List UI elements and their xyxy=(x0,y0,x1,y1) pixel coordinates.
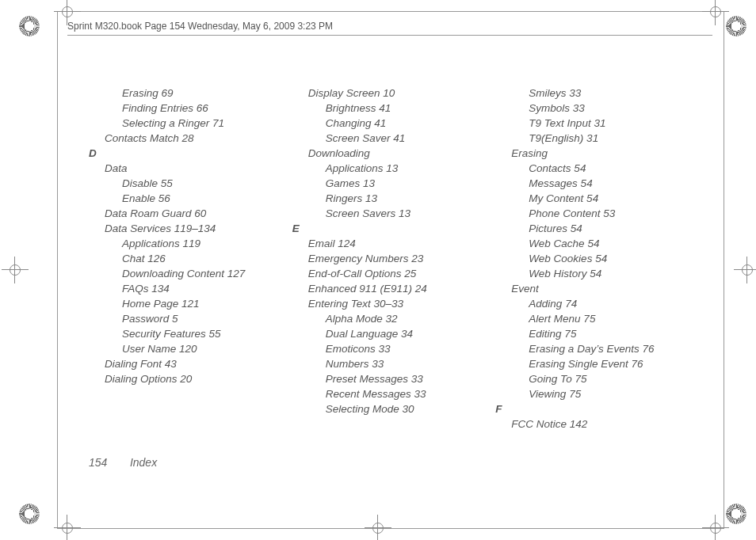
index-entry: Event xyxy=(495,281,699,296)
index-entry: Enhanced 911 (E911) 24 xyxy=(292,281,496,296)
index-entry: Messages 54 xyxy=(495,176,699,191)
index-entry: Entering Text 30–33 xyxy=(292,296,496,311)
index-entry: Alert Menu 75 xyxy=(495,311,699,326)
index-entry: Pictures 54 xyxy=(495,221,699,236)
index-entry: Changing 41 xyxy=(292,116,496,131)
index-entry: Viewing 75 xyxy=(495,386,699,401)
index-columns: Erasing 69Finding Entries 66Selecting a … xyxy=(89,86,699,469)
index-entry: T9(English) 31 xyxy=(495,131,699,146)
index-entry: Email 124 xyxy=(292,236,496,251)
index-entry: Erasing xyxy=(495,146,699,161)
index-entry: Data Services 119–134 xyxy=(89,221,292,236)
index-entry: Finding Entries 66 xyxy=(89,101,292,116)
index-column-1: Erasing 69Finding Entries 66Selecting a … xyxy=(89,86,292,469)
index-entry: Disable 55 xyxy=(89,176,292,191)
index-entry: Home Page 121 xyxy=(89,296,292,311)
index-entry: Selecting a Ringer 71 xyxy=(89,116,292,131)
index-entry: Web History 54 xyxy=(495,266,699,281)
index-entry: FCC Notice 142 xyxy=(495,416,699,432)
index-entry: Phone Content 53 xyxy=(495,206,699,221)
page-footer: 154 Index xyxy=(89,456,157,469)
index-entry: Erasing Single Event 76 xyxy=(495,356,699,371)
index-entry: Applications 13 xyxy=(292,161,496,176)
index-entry: Numbers 33 xyxy=(292,356,496,371)
index-entry: Data Roam Guard 60 xyxy=(89,206,292,221)
index-entry: Screen Saver 41 xyxy=(292,131,496,146)
index-entry: Selecting Mode 30 xyxy=(292,401,496,416)
index-entry: Brightness 41 xyxy=(292,101,496,116)
index-entry: Going To 75 xyxy=(495,371,699,386)
crop-mark-icon xyxy=(726,16,746,36)
index-entry: Ringers 13 xyxy=(292,191,496,206)
registration-mark-icon xyxy=(369,519,387,537)
crop-mark-icon xyxy=(19,504,40,524)
index-entry: Symbols 33 xyxy=(495,101,699,116)
index-entry: Contacts Match 28 xyxy=(89,131,292,146)
index-entry: Games 13 xyxy=(292,176,496,191)
index-entry: T9 Text Input 31 xyxy=(495,116,699,131)
index-entry: Display Screen 10 xyxy=(292,86,496,101)
index-entry: Enable 56 xyxy=(89,191,292,206)
index-entry: Alpha Mode 32 xyxy=(292,311,496,326)
index-column-3: Smileys 33Symbols 33T9 Text Input 31T9(E… xyxy=(495,86,699,469)
registration-mark-icon xyxy=(6,261,24,279)
index-letter: E xyxy=(292,221,496,236)
index-entry: Dialing Font 43 xyxy=(89,356,292,371)
index-entry: Adding 74 xyxy=(495,296,699,311)
index-entry: Editing 75 xyxy=(495,326,699,341)
footer-section: Index xyxy=(130,456,157,469)
index-entry: User Name 120 xyxy=(89,341,292,356)
index-entry: Recent Messages 33 xyxy=(292,386,496,401)
index-letter: F xyxy=(495,401,699,416)
registration-mark-icon xyxy=(59,519,76,537)
index-entry: Contacts 54 xyxy=(495,161,699,176)
index-entry: Preset Messages 33 xyxy=(292,371,496,386)
index-entry: End-of-Call Options 25 xyxy=(292,266,496,281)
registration-mark-icon xyxy=(59,3,76,21)
index-entry: Dual Language 34 xyxy=(292,326,496,341)
crop-mark-icon xyxy=(726,504,746,524)
index-entry: Emoticons 33 xyxy=(292,341,496,356)
index-entry: Emergency Numbers 23 xyxy=(292,251,496,266)
index-entry: Web Cache 54 xyxy=(495,236,699,251)
registration-mark-icon xyxy=(739,261,756,279)
index-entry: Chat 126 xyxy=(89,251,292,266)
index-entry: Applications 119 xyxy=(89,236,292,251)
index-column-2: Display Screen 10Brightness 41Changing 4… xyxy=(292,86,496,469)
index-entry: Screen Savers 13 xyxy=(292,206,496,221)
index-entry: Erasing a Day’s Events 76 xyxy=(495,341,699,356)
page-number: 154 xyxy=(89,456,127,469)
index-entry: Smileys 33 xyxy=(495,86,699,101)
index-letter: D xyxy=(89,146,292,161)
index-entry: Web Cookies 54 xyxy=(495,251,699,266)
crop-mark-icon xyxy=(19,16,40,36)
index-entry: FAQs 134 xyxy=(89,281,292,296)
index-entry: Downloading Content 127 xyxy=(89,266,292,281)
index-entry: Downloading xyxy=(292,146,496,161)
registration-mark-icon xyxy=(707,3,724,21)
index-entry: Security Features 55 xyxy=(89,326,292,341)
page-header: Sprint M320.book Page 154 Wednesday, May… xyxy=(67,21,712,36)
index-entry: Dialing Options 20 xyxy=(89,371,292,386)
index-entry: Password 5 xyxy=(89,311,292,326)
registration-mark-icon xyxy=(707,519,724,537)
index-entry: Data xyxy=(89,161,292,176)
index-entry: My Content 54 xyxy=(495,191,699,206)
index-entry: Erasing 69 xyxy=(89,86,292,101)
